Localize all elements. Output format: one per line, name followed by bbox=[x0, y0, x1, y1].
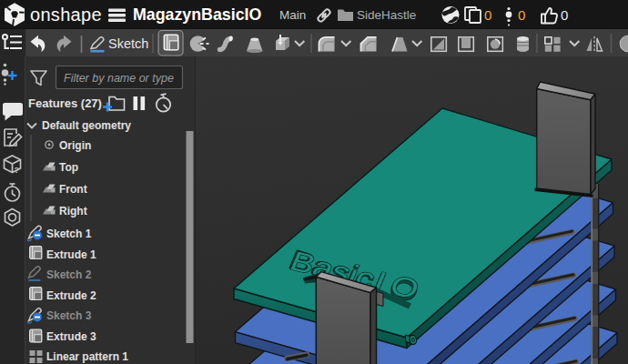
svg-text:Sketch 3: Sketch 3 bbox=[46, 309, 92, 322]
svg-text:?: ? bbox=[15, 166, 20, 175]
svg-text:0: 0 bbox=[561, 7, 568, 23]
svg-text:Features (27): Features (27) bbox=[28, 96, 102, 110]
svg-text:Right: Right bbox=[59, 205, 87, 217]
svg-text:Front: Front bbox=[59, 183, 87, 196]
svg-text:Sketch 2: Sketch 2 bbox=[46, 268, 92, 281]
svg-text:0: 0 bbox=[484, 7, 491, 23]
svg-text:Main: Main bbox=[279, 8, 306, 22]
svg-text:Top: Top bbox=[59, 161, 78, 174]
svg-text:0: 0 bbox=[518, 7, 525, 23]
svg-text:Sketch: Sketch bbox=[108, 36, 148, 51]
svg-text:Origin: Origin bbox=[59, 139, 91, 152]
svg-text:Filter by name or type: Filter by name or type bbox=[64, 72, 174, 85]
svg-text:Linear pattern 1: Linear pattern 1 bbox=[46, 350, 128, 363]
svg-text:MagazynBasicIO: MagazynBasicIO bbox=[133, 5, 261, 24]
svg-text:Extrude 2: Extrude 2 bbox=[46, 289, 96, 302]
svg-text:Extrude 3: Extrude 3 bbox=[46, 330, 96, 343]
svg-text:onshape: onshape bbox=[30, 5, 102, 25]
svg-text:SideHastle: SideHastle bbox=[357, 8, 416, 22]
svg-text:Extrude 1: Extrude 1 bbox=[46, 248, 96, 261]
svg-text:Default geometry: Default geometry bbox=[42, 119, 131, 132]
svg-text:Sketch 1: Sketch 1 bbox=[46, 228, 92, 240]
